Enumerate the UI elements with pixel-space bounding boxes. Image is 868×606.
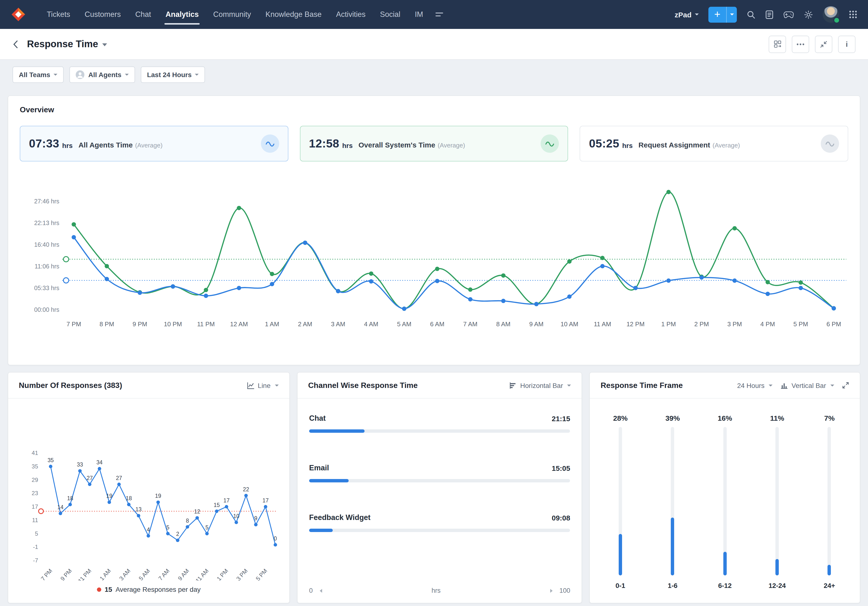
- overview-stats: 07:33hrsAll Agents Time(Average)12:58hrs…: [20, 126, 848, 161]
- svg-text:10: 10: [233, 513, 239, 519]
- topbar-actions: zPad +: [675, 6, 857, 23]
- svg-text:27: 27: [87, 475, 93, 481]
- responses-chart-type-dropdown[interactable]: Line: [246, 382, 279, 389]
- expand-icon[interactable]: [842, 382, 849, 389]
- channel-chart-type-dropdown[interactable]: Horizontal Bar: [509, 382, 571, 389]
- add-dropdown-caret[interactable]: [726, 6, 737, 22]
- channel-value: 09:08: [552, 513, 570, 522]
- game-controller-icon[interactable]: [783, 11, 794, 18]
- svg-text:11 PM: 11 PM: [77, 567, 93, 581]
- teams-filter-label: All Teams: [19, 71, 50, 79]
- axis-max-label: 100: [560, 587, 570, 594]
- workspace-label: zPad: [675, 10, 691, 19]
- svg-text:5 AM: 5 AM: [397, 320, 411, 328]
- svg-text:5 PM: 5 PM: [254, 567, 268, 581]
- timeframe-category: 24+: [824, 582, 835, 589]
- search-icon[interactable]: [747, 10, 756, 19]
- more-menu-icon[interactable]: [435, 12, 444, 17]
- settings-gear-icon[interactable]: [804, 10, 813, 19]
- axis-right-arrow-icon[interactable]: [550, 589, 553, 592]
- timeframe-chart-type-dropdown[interactable]: Vertical Bar: [780, 382, 834, 389]
- nav-item-social[interactable]: Social: [373, 0, 408, 29]
- timeframe-percent: 16%: [718, 414, 732, 422]
- svg-text:7 PM: 7 PM: [67, 320, 81, 328]
- timeframe-percent: 11%: [770, 414, 784, 422]
- svg-text:9 AM: 9 AM: [529, 320, 544, 328]
- stat-card-2[interactable]: 05:25hrsRequest Assignment(Average): [580, 126, 848, 161]
- svg-text:29: 29: [32, 477, 38, 483]
- nav-item-community[interactable]: Community: [206, 0, 258, 29]
- main-content: Overview 07:33hrsAll Agents Time(Average…: [0, 90, 868, 603]
- title-dropdown-caret[interactable]: [102, 43, 107, 46]
- timeframe-bar-track: [619, 427, 622, 575]
- chevron-down-icon: [567, 384, 571, 386]
- svg-text:27:46 hrs: 27:46 hrs: [34, 198, 59, 204]
- svg-text:11 AM: 11 AM: [594, 320, 611, 328]
- svg-text:15: 15: [214, 502, 220, 508]
- svg-text:4 AM: 4 AM: [364, 320, 378, 328]
- nav-item-activities[interactable]: Activities: [329, 0, 373, 29]
- channel-label: Email: [309, 464, 329, 472]
- stat-card-1[interactable]: 12:58hrsOverall System's Time(Average): [300, 126, 568, 161]
- svg-text:8 PM: 8 PM: [99, 320, 114, 328]
- svg-text:7 AM: 7 AM: [463, 320, 477, 328]
- svg-text:22:13 hrs: 22:13 hrs: [34, 220, 59, 226]
- stat-unit: hrs: [62, 142, 73, 149]
- nav-item-tickets[interactable]: Tickets: [40, 0, 78, 29]
- svg-text:17: 17: [263, 497, 269, 504]
- workspace-selector[interactable]: zPad: [675, 10, 699, 19]
- header-actions: i: [769, 36, 856, 53]
- timeframe-range-dropdown[interactable]: 24 Hours: [737, 382, 773, 389]
- timeframe-column-24plus: 7%24+: [814, 414, 845, 589]
- stat-card-0[interactable]: 07:33hrsAll Agents Time(Average): [20, 126, 288, 161]
- time-range-filter[interactable]: Last 24 Hours: [141, 66, 205, 83]
- timeframe-column-12-24: 11%12-24: [761, 414, 793, 589]
- nav-item-im[interactable]: IM: [408, 0, 430, 29]
- layout-switch-button[interactable]: [769, 36, 786, 53]
- chevron-down-icon: [730, 14, 734, 15]
- nav-item-customers[interactable]: Customers: [78, 0, 128, 29]
- agents-filter[interactable]: All Agents: [70, 66, 135, 83]
- axis-min-label: 0: [309, 587, 313, 594]
- overview-title: Overview: [20, 105, 848, 114]
- plus-icon[interactable]: +: [708, 6, 726, 22]
- nav-item-knowledge-base[interactable]: Knowledge Base: [258, 0, 329, 29]
- channel-value: 15:05: [552, 464, 570, 472]
- channel-bar-fill: [309, 479, 349, 482]
- collapse-button[interactable]: [815, 36, 832, 53]
- channel-bar-track: [309, 430, 570, 433]
- stat-label: Request Assignment: [639, 141, 710, 149]
- topbar: TicketsCustomersChatAnalyticsCommunityKn…: [0, 0, 868, 29]
- zoho-desk-logo-icon[interactable]: [11, 7, 26, 22]
- release-notes-icon[interactable]: [765, 10, 773, 19]
- nav-item-analytics[interactable]: Analytics: [158, 0, 206, 29]
- add-button[interactable]: +: [708, 6, 737, 22]
- user-avatar[interactable]: [823, 6, 839, 23]
- chevron-down-icon: [275, 384, 279, 386]
- svg-text:4: 4: [147, 527, 150, 533]
- svg-text:18: 18: [126, 495, 132, 501]
- legend-dot-icon: [97, 587, 101, 592]
- app-root: TicketsCustomersChatAnalyticsCommunityKn…: [0, 0, 868, 606]
- back-button[interactable]: [12, 40, 18, 48]
- timeframe-category: 12-24: [769, 582, 786, 589]
- channel-bar-chart: Chat21:15Email15:05Feedback Widget09:08: [309, 414, 570, 563]
- timeframe-category: 1-6: [668, 582, 677, 589]
- timeframe-percent: 39%: [665, 414, 680, 422]
- teams-filter[interactable]: All Teams: [12, 66, 64, 83]
- apps-grid-icon[interactable]: [849, 10, 857, 19]
- svg-text:-1: -1: [33, 544, 38, 550]
- nav-item-chat[interactable]: Chat: [128, 0, 158, 29]
- more-actions-button[interactable]: [792, 36, 809, 53]
- svg-text:2 AM: 2 AM: [298, 320, 312, 328]
- svg-text:1 PM: 1 PM: [215, 567, 229, 581]
- channel-bar-fill: [309, 529, 333, 532]
- timeframe-card: Response Time Frame 24 Hours Vertical Ba…: [589, 372, 860, 603]
- responses-card-header: Number Of Responses (383) Line: [8, 373, 289, 399]
- trend-wave-icon: [260, 134, 279, 153]
- info-button[interactable]: i: [838, 36, 856, 53]
- svg-text:12 PM: 12 PM: [626, 320, 645, 328]
- svg-text:3 AM: 3 AM: [118, 567, 132, 581]
- axis-left-arrow-icon[interactable]: [319, 589, 322, 592]
- svg-text:35: 35: [48, 457, 54, 463]
